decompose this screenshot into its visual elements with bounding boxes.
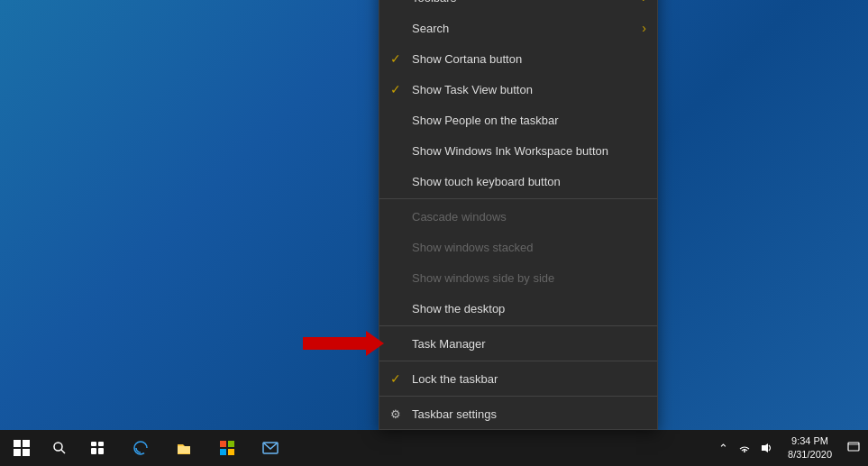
- menu-item-lock-taskbar[interactable]: ✓ Lock the taskbar: [379, 363, 657, 394]
- mail-icon: [262, 442, 279, 454]
- svg-point-0: [54, 443, 62, 451]
- system-tray: ⌃: [708, 430, 781, 466]
- taskbar-right: ⌃ 9:34 PM 8/31/2020: [708, 430, 868, 466]
- svg-rect-9: [228, 449, 234, 455]
- stacked-label: Show windows stacked: [412, 241, 533, 254]
- store-icon: [219, 440, 235, 456]
- show-ink-label: Show Windows Ink Workspace button: [412, 144, 608, 158]
- menu-item-toolbars[interactable]: Toolbars ›: [379, 0, 657, 13]
- svg-rect-3: [98, 442, 104, 446]
- divider-1: [379, 198, 657, 199]
- context-menu: Toolbars › Search › ✓ Show Cortana butto…: [379, 0, 658, 430]
- menu-item-show-desktop[interactable]: Show the desktop: [379, 293, 657, 324]
- checkmark-icon: ✓: [390, 51, 401, 66]
- store-button[interactable]: [206, 430, 249, 466]
- red-arrow-indicator: [303, 331, 384, 356]
- task-manager-label: Task Manager: [412, 337, 486, 351]
- cascade-label: Cascade windows: [412, 210, 507, 224]
- menu-item-search[interactable]: Search ›: [379, 13, 657, 43]
- arrow-head: [366, 331, 384, 356]
- svg-rect-8: [220, 449, 226, 455]
- show-taskview-label: Show Task View button: [412, 83, 533, 96]
- show-cortana-label: Show Cortana button: [412, 52, 522, 66]
- menu-item-show-touch[interactable]: Show touch keyboard button: [379, 166, 657, 196]
- lock-taskbar-label: Lock the taskbar: [412, 372, 498, 386]
- search-icon: [52, 441, 67, 455]
- show-touch-label: Show touch keyboard button: [412, 175, 561, 188]
- search-label: Search: [412, 22, 449, 35]
- menu-item-sidebyside[interactable]: Show windows side by side: [379, 262, 657, 293]
- menu-item-show-people[interactable]: Show People on the taskbar: [379, 105, 657, 135]
- svg-marker-11: [762, 443, 768, 452]
- svg-rect-5: [98, 448, 104, 454]
- svg-rect-2: [91, 442, 96, 446]
- menu-item-taskbar-settings[interactable]: ⚙ Taskbar settings: [379, 398, 657, 429]
- submenu-arrow-icon: ›: [642, 0, 646, 5]
- checkmark-icon: ✓: [390, 371, 401, 386]
- mail-button[interactable]: [249, 430, 292, 466]
- notification-center-button[interactable]: [839, 430, 868, 466]
- menu-item-stacked[interactable]: Show windows stacked: [379, 232, 657, 262]
- explorer-icon: [176, 440, 192, 456]
- edge-button[interactable]: [119, 430, 162, 466]
- start-button[interactable]: [0, 430, 43, 466]
- gear-icon: ⚙: [390, 407, 401, 421]
- show-people-label: Show People on the taskbar: [412, 114, 559, 127]
- toolbars-label: Toolbars: [412, 0, 456, 5]
- taskbar-settings-label: Taskbar settings: [412, 407, 497, 421]
- menu-item-show-taskview[interactable]: ✓ Show Task View button: [379, 74, 657, 105]
- checkmark-icon: ✓: [390, 82, 401, 96]
- show-hidden-icons-button[interactable]: ⌃: [712, 430, 734, 466]
- volume-icon[interactable]: [755, 430, 777, 466]
- clock-time: 9:34 PM: [791, 434, 828, 448]
- clock[interactable]: 9:34 PM 8/31/2020: [781, 430, 839, 466]
- file-explorer-button[interactable]: [162, 430, 206, 466]
- svg-rect-7: [228, 441, 234, 447]
- submenu-arrow-icon: ›: [642, 21, 646, 35]
- show-desktop-label: Show the desktop: [412, 302, 505, 315]
- windows-logo-icon: [14, 440, 30, 456]
- sidebyside-label: Show windows side by side: [412, 271, 554, 285]
- taskbar-left: [0, 430, 292, 466]
- taskbar-search-button[interactable]: [43, 430, 76, 466]
- arrow-body: [303, 337, 366, 350]
- taskbar: ⌃ 9:34 PM 8/31/2020: [0, 430, 868, 466]
- svg-rect-4: [91, 448, 96, 454]
- edge-icon: [132, 440, 149, 456]
- menu-item-cascade[interactable]: Cascade windows: [379, 201, 657, 232]
- svg-rect-6: [220, 441, 226, 447]
- svg-rect-12: [848, 443, 859, 451]
- menu-item-task-manager[interactable]: Task Manager: [379, 328, 657, 359]
- divider-3: [379, 361, 657, 361]
- menu-item-show-cortana[interactable]: ✓ Show Cortana button: [379, 43, 657, 74]
- svg-line-1: [61, 450, 65, 453]
- network-icon[interactable]: [734, 430, 755, 466]
- desktop: Toolbars › Search › ✓ Show Cortana butto…: [0, 0, 868, 466]
- divider-4: [379, 396, 657, 397]
- divider-2: [379, 325, 657, 326]
- task-view-button[interactable]: [76, 430, 119, 466]
- menu-item-show-ink[interactable]: Show Windows Ink Workspace button: [379, 135, 657, 166]
- clock-date: 8/31/2020: [788, 448, 832, 461]
- taskview-icon: [90, 441, 105, 455]
